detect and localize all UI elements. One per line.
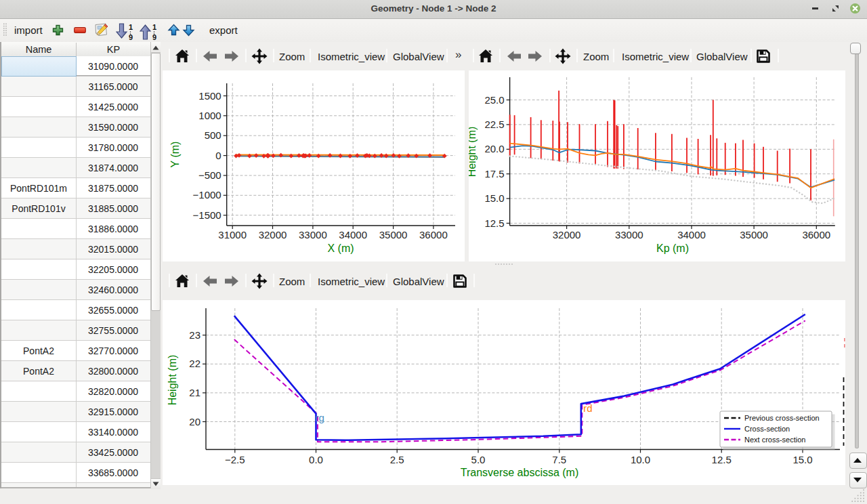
svg-text:20.0: 20.0 [484,143,504,154]
svg-text:12.5: 12.5 [712,454,732,465]
svg-text:7.5: 7.5 [552,454,566,465]
svg-text:10.0: 10.0 [631,454,650,465]
svg-text:2.5: 2.5 [390,454,404,465]
svg-text:Y (m): Y (m) [169,142,181,168]
svg-text:Transverse abscissa (m): Transverse abscissa (m) [461,467,579,478]
svg-text:25.0: 25.0 [484,94,504,106]
svg-text:500: 500 [205,129,221,141]
svg-text:31000: 31000 [218,229,247,240]
svg-text:34000: 34000 [677,229,706,240]
svg-text:X (m): X (m) [327,243,354,254]
svg-text:35000: 35000 [740,229,768,240]
svg-text:32000: 32000 [553,229,581,240]
svg-text:36000: 36000 [419,229,448,240]
svg-text:9: 9 [152,33,156,41]
svg-text:17.5: 17.5 [484,168,504,180]
svg-text:rd: rd [583,402,592,414]
svg-text:1500: 1500 [198,90,221,102]
svg-text:9: 9 [129,33,133,41]
svg-text:23: 23 [189,329,200,341]
svg-text:Height (m): Height (m) [469,127,478,177]
svg-text:33000: 33000 [615,229,643,240]
svg-text:−500: −500 [198,169,221,181]
svg-text:36000: 36000 [802,229,830,240]
svg-text:22: 22 [189,358,200,369]
svg-text:Cross-section: Cross-section [744,425,790,433]
svg-text:15.0: 15.0 [792,454,812,465]
svg-text:−1500: −1500 [193,209,221,221]
svg-text:0: 0 [215,150,221,161]
svg-text:−2.5: −2.5 [225,454,245,465]
svg-text:1: 1 [129,23,133,31]
svg-text:20: 20 [189,416,200,427]
svg-text:33000: 33000 [299,229,327,240]
svg-text:35000: 35000 [379,229,408,240]
svg-text:0.0: 0.0 [309,454,323,465]
svg-text:1000: 1000 [198,110,221,121]
svg-text:21: 21 [189,387,200,398]
svg-text:−1000: −1000 [193,189,221,201]
svg-text:Next cross-section: Next cross-section [744,436,805,444]
svg-text:34000: 34000 [339,229,367,240]
svg-text:Height (m): Height (m) [167,355,178,406]
svg-text:1: 1 [152,23,156,31]
svg-text:Kp (m): Kp (m) [656,243,689,254]
svg-text:22.5: 22.5 [484,119,504,130]
svg-text:32000: 32000 [259,229,287,240]
svg-text:15.0: 15.0 [484,192,504,204]
svg-text:Previous cross-section: Previous cross-section [744,414,820,422]
svg-text:rg: rg [316,412,324,423]
svg-text:5.0: 5.0 [471,454,486,465]
svg-text:12.5: 12.5 [484,217,504,229]
